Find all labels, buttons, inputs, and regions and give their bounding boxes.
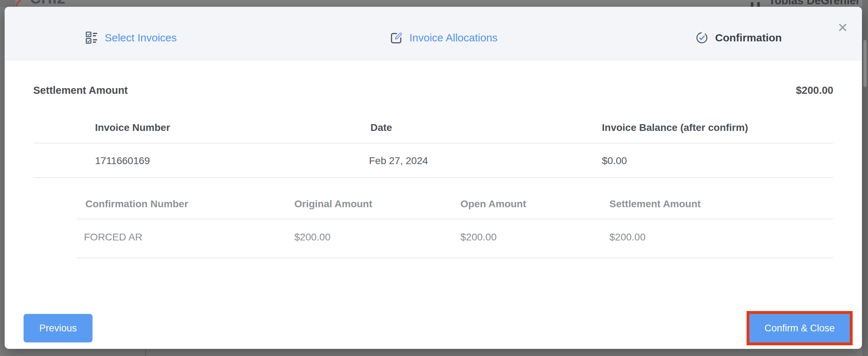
confirm-and-close-button[interactable]: Confirm & Close bbox=[749, 314, 850, 342]
background-app-topbar: CHI2 Tobias DeGrenier bbox=[0, 0, 868, 7]
close-icon[interactable]: ✕ bbox=[834, 20, 851, 36]
open-amount-cell: $200.00 bbox=[460, 230, 497, 244]
column-header: Settlement Amount bbox=[609, 197, 701, 211]
step-label: Select Invoices bbox=[105, 32, 177, 44]
settlement-confirmation-dialog: Select Invoices Invoice Allocations Conf… bbox=[5, 7, 862, 349]
settlement-amount-value: $200.00 bbox=[796, 83, 833, 97]
tenant-label: CHI2 bbox=[30, 0, 66, 7]
background-panel-divider bbox=[145, 349, 146, 356]
checklist-icon bbox=[86, 31, 98, 44]
step-label: Invoice Allocations bbox=[409, 32, 498, 44]
settlement-amount-label: Settlement Amount bbox=[33, 83, 128, 97]
divider bbox=[77, 219, 833, 219]
confirmation-number-cell: FORCED AR bbox=[84, 230, 142, 244]
step-label: Confirmation bbox=[715, 32, 782, 44]
background-sidebar-edge bbox=[0, 0, 15, 7]
column-header: Invoice Number bbox=[95, 121, 170, 134]
edit-square-icon bbox=[390, 31, 403, 44]
screen: CHI2 Tobias DeGrenier bbox=[0, 0, 868, 356]
settlement-amount-cell: $200.00 bbox=[609, 230, 645, 244]
invoice-balance-cell: $0.00 bbox=[602, 154, 627, 168]
app-logo-icon bbox=[15, 0, 22, 6]
step-invoice-allocations[interactable]: Invoice Allocations bbox=[390, 28, 498, 48]
divider bbox=[34, 143, 833, 143]
user-name-label: Tobias DeGrenier bbox=[769, 0, 860, 7]
divider bbox=[34, 177, 833, 178]
invoice-number-cell: 1711660169 bbox=[95, 154, 150, 168]
step-select-invoices[interactable]: Select Invoices bbox=[86, 28, 177, 48]
divider bbox=[77, 258, 833, 258]
column-header: Invoice Balance (after confirm) bbox=[602, 121, 748, 134]
header-user-icon bbox=[750, 2, 764, 7]
background-scrollbar-thumb[interactable] bbox=[863, 40, 867, 87]
invoice-date-cell: Feb 27, 2024 bbox=[369, 154, 428, 168]
previous-button[interactable]: Previous bbox=[24, 314, 93, 342]
check-circle-icon bbox=[695, 31, 708, 44]
column-header: Open Amount bbox=[460, 197, 526, 211]
annotation-highlight-box: Confirm & Close bbox=[747, 311, 853, 345]
step-confirmation[interactable]: Confirmation bbox=[695, 28, 782, 48]
original-amount-cell: $200.00 bbox=[294, 230, 330, 244]
wizard-stepper: Select Invoices Invoice Allocations Conf… bbox=[5, 7, 862, 60]
column-header: Date bbox=[370, 121, 392, 134]
column-header: Confirmation Number bbox=[85, 197, 188, 211]
column-header: Original Amount bbox=[294, 197, 372, 211]
